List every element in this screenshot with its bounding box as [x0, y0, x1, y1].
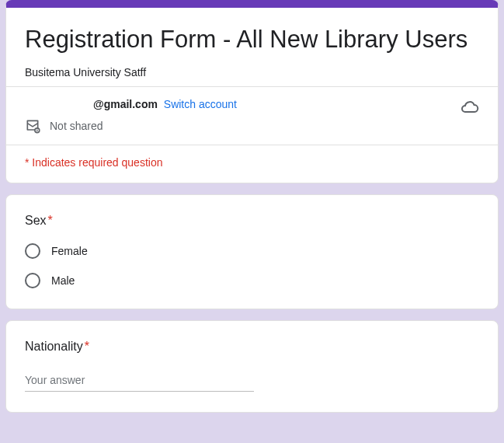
option-label: Female — [51, 245, 88, 257]
radio-icon — [25, 243, 40, 259]
question-nationality: Nationality* — [5, 320, 499, 413]
account-email: @gmail.com — [93, 98, 158, 110]
header-card: Registration Form - All New Library User… — [5, 0, 499, 183]
required-notice: * Indicates required question — [6, 145, 498, 183]
question-label: Nationality* — [25, 340, 479, 354]
not-shared-icon — [25, 118, 40, 134]
form-title: Registration Form - All New Library User… — [25, 25, 479, 55]
radio-option-female[interactable]: Female — [25, 243, 479, 259]
form-subtitle: Busitema University Satff — [25, 66, 479, 78]
svg-point-1 — [36, 131, 37, 132]
question-sex: Sex* Female Male — [5, 194, 499, 309]
nationality-input[interactable] — [25, 369, 254, 392]
switch-account-link[interactable]: Switch account — [164, 98, 237, 110]
cloud-icon — [461, 98, 479, 117]
option-label: Male — [51, 274, 75, 287]
question-label: Sex* — [25, 214, 479, 228]
account-email-row: @gmail.com Switch account — [25, 98, 461, 110]
radio-icon — [25, 273, 40, 288]
required-asterisk: * — [48, 214, 53, 227]
not-shared-label: Not shared — [50, 120, 103, 132]
required-asterisk: * — [85, 340, 89, 353]
radio-option-male[interactable]: Male — [25, 273, 479, 288]
account-section: @gmail.com Switch account Not shared — [6, 86, 498, 145]
